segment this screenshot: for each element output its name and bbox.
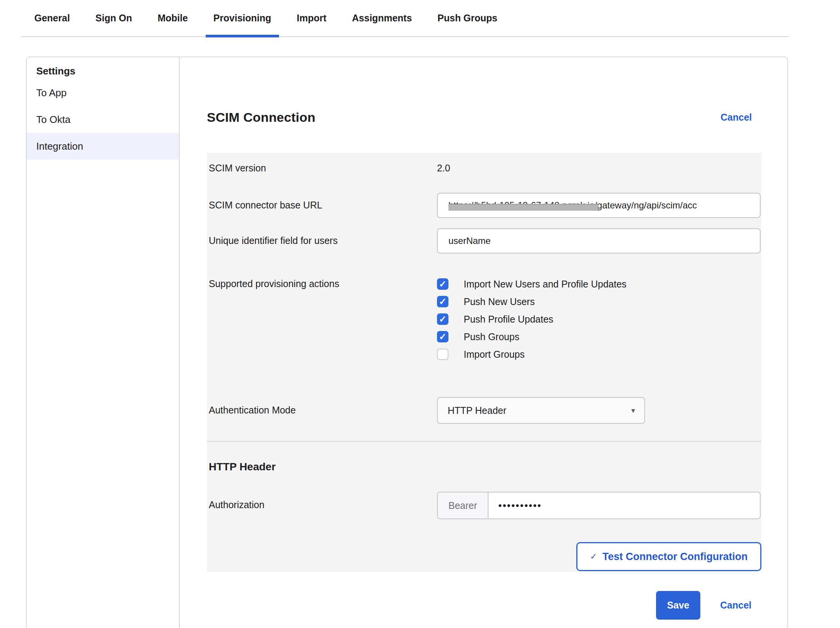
action-push-profile-updates-row: ✓ Push Profile Updates [437, 310, 761, 328]
section-divider [207, 441, 761, 442]
header-cancel-link[interactable]: Cancel [721, 112, 752, 123]
test-connector-label: Test Connector Configuration [602, 551, 747, 563]
provisioning-card: Settings To App To Okta Integration SCIM… [26, 57, 788, 628]
scim-version-row: SCIM version 2.0 [207, 153, 761, 175]
tab-provisioning[interactable]: Provisioning [206, 0, 279, 37]
tab-general[interactable]: General [27, 0, 77, 37]
action-push-groups-row: ✓ Push Groups [437, 328, 761, 345]
base-url-label: SCIM connector base URL [207, 193, 437, 211]
tab-sign-on[interactable]: Sign On [88, 0, 140, 37]
checkbox-label: Push Groups [464, 331, 519, 342]
auth-mode-row: Authentication Mode HTTP Header ▾ [207, 397, 761, 424]
tab-import[interactable]: Import [289, 0, 334, 37]
auth-mode-select[interactable]: HTTP Header ▾ [437, 397, 645, 424]
page-title: SCIM Connection [207, 110, 315, 125]
auth-mode-label: Authentication Mode [207, 397, 437, 416]
check-icon: ✓ [439, 315, 447, 324]
check-icon: ✓ [439, 279, 447, 289]
checkbox-label: Import New Users and Profile Updates [464, 279, 627, 290]
authorization-label: Authorization [207, 492, 437, 510]
redaction-bar [448, 204, 598, 211]
authorization-token-input[interactable]: •••••••••• [489, 492, 760, 518]
provisioning-settings-page: General Sign On Mobile Provisioning Impo… [0, 0, 840, 628]
sidebar-item-to-okta[interactable]: To Okta [27, 106, 179, 133]
footer-cancel-link[interactable]: Cancel [720, 600, 751, 611]
base-url-row: SCIM connector base URL https://b5bd-195… [207, 193, 761, 218]
tab-assignments[interactable]: Assignments [344, 0, 419, 37]
action-import-groups-row: ✓ Import Groups [437, 345, 761, 363]
tab-push-groups[interactable]: Push Groups [430, 0, 505, 37]
test-connector-button[interactable]: ✓ Test Connector Configuration [576, 542, 761, 571]
test-connector-row: ✓ Test Connector Configuration [207, 542, 761, 571]
action-import-users-row: ✓ Import New Users and Profile Updates [437, 275, 761, 293]
checkbox-label: Push New Users [464, 296, 535, 307]
provisioning-actions-label: Supported provisioning actions [207, 275, 437, 289]
unique-id-label: Unique identifier field for users [207, 228, 437, 246]
checkbox-push-profile-updates[interactable]: ✓ [437, 313, 448, 325]
auth-mode-value: HTTP Header [448, 405, 506, 416]
settings-sidebar: Settings To App To Okta Integration [27, 57, 180, 628]
scim-version-value: 2.0 [437, 163, 761, 174]
scim-version-label: SCIM version [207, 163, 437, 174]
checkbox-push-groups[interactable]: ✓ [437, 331, 448, 342]
sidebar-title: Settings [27, 63, 179, 79]
bearer-prefix: Bearer [438, 492, 489, 518]
authorization-input-group: Bearer •••••••••• [437, 492, 761, 519]
chevron-down-icon: ▾ [631, 406, 635, 415]
sidebar-item-to-app[interactable]: To App [27, 79, 179, 106]
checkbox-import-users[interactable]: ✓ [437, 278, 448, 290]
app-tab-bar: General Sign On Mobile Provisioning Impo… [21, 0, 789, 37]
save-button[interactable]: Save [656, 591, 700, 620]
authorization-row: Authorization Bearer •••••••••• [207, 492, 761, 519]
checkbox-label: Import Groups [464, 349, 525, 360]
unique-id-input[interactable]: userName [437, 228, 761, 253]
http-header-section-title: HTTP Header [207, 461, 761, 473]
scim-connection-section: SCIM Connection Cancel SCIM version 2.0 … [180, 57, 789, 628]
checkbox-import-groups[interactable]: ✓ [437, 349, 448, 360]
check-icon: ✓ [439, 297, 447, 306]
checkbox-label: Push Profile Updates [464, 314, 553, 325]
base-url-input[interactable]: https://b5bd-195-19-67-148.ngrok.io /gat… [437, 193, 761, 218]
base-url-visible-text: /gateway/ng/api/scim/acc [595, 200, 697, 211]
provisioning-actions-row: Supported provisioning actions ✓ Import … [207, 275, 761, 363]
check-icon: ✓ [439, 332, 447, 341]
checkbox-push-new-users[interactable]: ✓ [437, 296, 448, 307]
check-icon: ✓ [590, 552, 597, 562]
base-url-redacted-text: https://b5bd-195-19-67-148.ngrok.io [448, 200, 595, 211]
action-push-new-users-row: ✓ Push New Users [437, 293, 761, 310]
scim-form-panel: SCIM version 2.0 SCIM connector base URL… [207, 153, 761, 572]
form-footer: Save Cancel [207, 591, 761, 620]
sidebar-item-integration[interactable]: Integration [27, 133, 179, 160]
unique-id-row: Unique identifier field for users userNa… [207, 228, 761, 253]
section-header: SCIM Connection Cancel [207, 109, 761, 126]
tab-mobile[interactable]: Mobile [150, 0, 195, 37]
